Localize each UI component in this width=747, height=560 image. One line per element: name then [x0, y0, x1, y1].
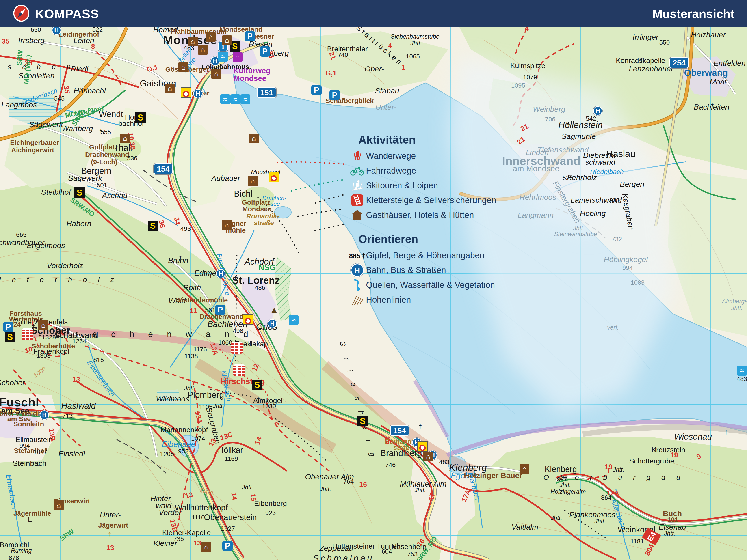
page-title: Musteransicht	[652, 7, 735, 21]
legend-item-fahrradwege: Fahrradwege	[349, 163, 496, 178]
legend-item-label: Gipfel, Berge & Höhenangaben	[366, 251, 484, 260]
legend-item-skitouren: Skitouren & Loipen	[349, 178, 496, 193]
ski-icon	[349, 180, 366, 191]
kompass-map-sample: Mondsee483St. Lorenz486Schober1328† Fusc…	[0, 0, 747, 560]
ladder-icon	[349, 194, 366, 206]
legend-activities-title: Aktivitäten	[358, 133, 496, 146]
legend-item-gipfel: 885† Gipfel, Berge & Höhenangaben	[349, 248, 496, 263]
legend-item-label: Bahn, Bus & Straßen	[366, 265, 446, 275]
legend-item-label: Wanderwege	[366, 151, 416, 161]
kompass-logo-icon	[12, 4, 30, 23]
contour-icon	[349, 294, 366, 305]
map-legend: Aktivitäten Wanderwege Fahrradwege	[349, 133, 496, 307]
legend-item-hoehenlinien: Höhenlinien	[349, 292, 496, 307]
legend-item-gasthaeuser: Gasthäuser, Hotels & Hütten	[349, 208, 496, 222]
legend-item-wanderwege: Wanderwege	[349, 149, 496, 163]
legend-orient-title: Orientieren	[358, 233, 496, 246]
legend-item-label: Fahrradwege	[366, 166, 416, 176]
legend-item-label: Skitouren & Loipen	[366, 181, 438, 190]
bus-icon: H	[349, 263, 366, 277]
legend-item-bahn: H Bahn, Bus & Straßen	[349, 263, 496, 277]
legend-item-klettersteige: Klettersteige & Seilversicherungen	[349, 193, 496, 208]
bicycle-icon	[349, 165, 366, 176]
legend-item-label: Höhenlinien	[366, 295, 411, 304]
brand: KOMPASS	[12, 4, 99, 23]
legend-item-label: Gasthäuser, Hotels & Hütten	[366, 210, 474, 220]
header-bar: KOMPASS Musteransicht	[0, 0, 747, 27]
spring-icon	[349, 279, 366, 291]
legend-item-label: Quellen, Wasserfälle & Vegetation	[366, 280, 495, 290]
hut-icon	[349, 209, 366, 221]
hiker-icon	[349, 150, 366, 162]
legend-item-label: Klettersteige & Seilversicherungen	[366, 195, 496, 205]
brand-name: KOMPASS	[35, 6, 99, 21]
legend-item-quellen: Quellen, Wasserfälle & Vegetation	[349, 277, 496, 292]
summit-icon: 885†	[349, 251, 366, 260]
